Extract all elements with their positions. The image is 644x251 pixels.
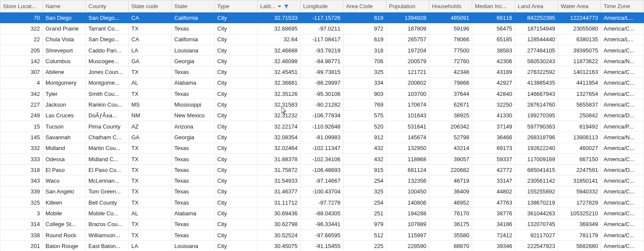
cell-hh[interactable]: 62671 xyxy=(429,99,472,110)
cell-water[interactable]: 4411954 xyxy=(558,77,601,88)
table-row[interactable]: 70San DiegoSan Diego...CACaliforniaCity3… xyxy=(0,12,644,23)
cell-pop[interactable]: 194288 xyxy=(386,208,429,219)
cell-inc[interactable]: 33147 xyxy=(472,175,515,186)
table-row[interactable]: 142ColumbusMuscogee...GAGeorgiaCity32.46… xyxy=(0,56,644,67)
column-header-storeLoc[interactable]: Store Locat... xyxy=(0,0,43,12)
cell-type[interactable]: City xyxy=(215,219,258,230)
cell-water[interactable]: 5655837 xyxy=(558,99,601,110)
table-row[interactable]: 322Grand PrairieTarrant Co...TXTexasCity… xyxy=(0,23,644,34)
cell-storeLoc[interactable]: 249 xyxy=(0,110,43,121)
cell-storeLoc[interactable]: 343 xyxy=(0,175,43,186)
cell-type[interactable]: City xyxy=(215,45,258,55)
cell-state[interactable]: Texas xyxy=(172,67,215,77)
cell-stateCode[interactable]: AZ xyxy=(129,121,172,132)
cell-area[interactable]: 972 xyxy=(343,23,386,34)
cell-state[interactable]: California xyxy=(172,34,215,45)
column-header-lat[interactable]: Latit... xyxy=(258,0,301,12)
cell-state[interactable]: Texas xyxy=(172,153,215,164)
cell-pop[interactable]: 121721 xyxy=(386,67,429,77)
cell-lat[interactable]: 32.45451 xyxy=(258,67,301,77)
cell-hh[interactable]: 77500 xyxy=(429,45,472,55)
cell-stateCode[interactable]: TX xyxy=(129,67,172,77)
cell-water[interactable]: 460027 xyxy=(558,143,601,153)
cell-pop[interactable]: 115997 xyxy=(386,230,429,240)
cell-pop[interactable]: 531641 xyxy=(386,121,429,132)
cell-lon[interactable]: -95.30106 xyxy=(301,89,343,99)
cell-storeLoc[interactable]: 322 xyxy=(0,23,43,34)
cell-hh[interactable]: 36175 xyxy=(429,219,472,230)
cell-land[interactable]: 560530243 xyxy=(515,56,558,67)
cell-hh[interactable]: 52798 xyxy=(429,132,472,143)
cell-lat[interactable]: 31.11712 xyxy=(258,197,301,208)
cell-land[interactable]: 597790363 xyxy=(515,121,558,132)
cell-storeLoc[interactable]: 205 xyxy=(0,45,43,55)
cell-inc[interactable]: 34186 xyxy=(472,219,515,230)
cell-lon[interactable]: -88.04305 xyxy=(301,208,343,219)
cell-storeLoc[interactable]: 314 xyxy=(0,219,43,230)
cell-state[interactable]: Texas xyxy=(172,23,215,34)
cell-pop[interactable]: 228590 xyxy=(386,241,429,251)
cell-inc[interactable]: 47763 xyxy=(472,197,515,208)
cell-inc[interactable]: 59337 xyxy=(472,153,515,164)
cell-hh[interactable]: 38925 xyxy=(429,110,472,121)
cell-hh[interactable]: 59196 xyxy=(429,23,472,34)
cell-pop[interactable]: 200602 xyxy=(386,77,429,88)
cell-tz[interactable]: America/C... xyxy=(601,219,644,230)
cell-pop[interactable]: 107889 xyxy=(386,219,429,230)
cell-stateCode[interactable]: TX xyxy=(129,23,172,34)
cell-county[interactable]: Pima County xyxy=(86,121,129,132)
cell-stateCode[interactable]: GA xyxy=(129,56,172,67)
cell-land[interactable]: 277484105 xyxy=(515,45,558,55)
cell-stateCode[interactable]: TX xyxy=(129,165,172,175)
cell-name[interactable]: Tyler xyxy=(43,89,86,99)
cell-county[interactable]: Tom Green... xyxy=(86,186,129,197)
cell-storeLoc[interactable]: 227 xyxy=(0,99,43,110)
cell-water[interactable]: 23055080 xyxy=(558,23,601,34)
cell-stateCode[interactable]: LA xyxy=(129,45,172,55)
cell-pop[interactable]: 265757 xyxy=(386,34,429,45)
cell-type[interactable]: City xyxy=(215,12,258,23)
cell-name[interactable]: San Angelo xyxy=(43,186,86,197)
column-header-area[interactable]: Area Code xyxy=(343,0,386,12)
cell-state[interactable]: Texas xyxy=(172,186,215,197)
cell-name[interactable]: Odessa xyxy=(43,153,86,164)
cell-pop[interactable]: 140806 xyxy=(386,197,429,208)
cell-land[interactable]: 138670219 xyxy=(515,197,558,208)
table-row[interactable]: 3MobileMobile Co...ALAlabamaCity30.69436… xyxy=(0,208,644,219)
cell-lat[interactable]: 32.31232 xyxy=(258,110,301,121)
cell-lon[interactable]: -96.33441 xyxy=(301,219,343,230)
cell-area[interactable]: 769 xyxy=(343,99,386,110)
cell-lon[interactable]: -117.08417 xyxy=(301,34,343,45)
cell-county[interactable]: Brazos Cou... xyxy=(86,219,129,230)
cell-inc[interactable]: 66116 xyxy=(472,12,515,23)
cell-stateCode[interactable]: AL xyxy=(129,208,172,219)
cell-county[interactable]: Midland C... xyxy=(86,153,129,164)
cell-stateCode[interactable]: AL xyxy=(129,77,172,88)
cell-county[interactable]: Caddo Pari... xyxy=(86,45,129,55)
cell-stateCode[interactable]: TX xyxy=(129,89,172,99)
cell-area[interactable]: 432 xyxy=(343,153,386,164)
column-header-land[interactable]: Land Area xyxy=(515,0,558,12)
cell-area[interactable]: 979 xyxy=(343,219,386,230)
cell-inc[interactable]: 72412 xyxy=(472,230,515,240)
column-header-type[interactable]: Type xyxy=(215,0,258,12)
cell-inc[interactable]: 38776 xyxy=(472,208,515,219)
cell-state[interactable]: Texas xyxy=(172,89,215,99)
cell-land[interactable]: 230561142 xyxy=(515,175,558,186)
cell-county[interactable]: El Paso Co... xyxy=(86,165,129,175)
cell-name[interactable]: Jackson xyxy=(43,99,86,110)
cell-stateCode[interactable]: MS xyxy=(129,99,172,110)
cell-stateCode[interactable]: TX xyxy=(129,175,172,186)
cell-hh[interactable]: 206342 xyxy=(429,121,472,132)
cell-water[interactable]: 250842 xyxy=(558,110,601,121)
cell-land[interactable]: 276322592 xyxy=(515,67,558,77)
cell-area[interactable]: 912 xyxy=(343,132,386,143)
cell-type[interactable]: City xyxy=(215,241,258,251)
cell-hh[interactable]: 46952 xyxy=(429,197,472,208)
cell-lat[interactable]: 32.71533 xyxy=(258,12,301,23)
cell-lon[interactable]: -110.92648 xyxy=(301,121,343,132)
column-header-county[interactable]: County xyxy=(86,0,129,12)
cell-stateCode[interactable]: TX xyxy=(129,219,172,230)
cell-land[interactable]: 268318796 xyxy=(515,132,558,143)
table-row[interactable]: 342TylerSmith Cou...TXTexasCity32.35126-… xyxy=(0,89,644,99)
